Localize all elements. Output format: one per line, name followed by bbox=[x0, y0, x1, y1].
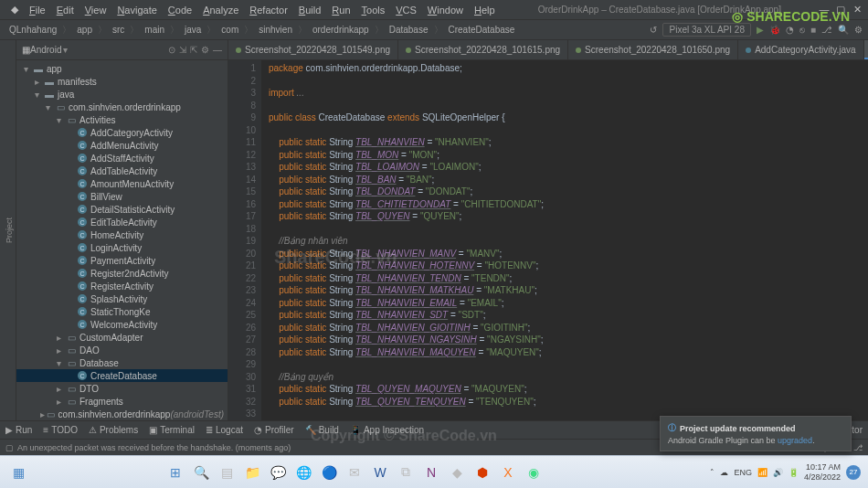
tree-item[interactable]: C CreateDatabase bbox=[16, 369, 228, 382]
project-view-selector[interactable]: Android bbox=[30, 45, 61, 55]
dropbox-icon[interactable]: ⧉ bbox=[395, 461, 417, 483]
tree-item[interactable]: ▸ ▭ DTO bbox=[16, 382, 228, 395]
crumb-0[interactable]: QLnhahang bbox=[5, 24, 60, 36]
attach-icon[interactable]: ⎋ bbox=[799, 25, 805, 35]
menu-build[interactable]: Build bbox=[293, 3, 326, 17]
status-icon[interactable]: ▢ bbox=[5, 443, 14, 452]
menu-refactor[interactable]: Refactor bbox=[244, 3, 293, 17]
crumb-1[interactable]: app bbox=[73, 24, 96, 36]
tree-item[interactable]: ▸ ▭ DAO bbox=[16, 344, 228, 356]
menu-vcs[interactable]: VCS bbox=[390, 3, 422, 17]
tree-item[interactable]: ▸ ▭ CustomAdapter bbox=[16, 331, 228, 344]
crumb-8[interactable]: Database bbox=[386, 24, 432, 36]
menu-view[interactable]: View bbox=[79, 3, 112, 17]
settings-icon[interactable]: ⚙ bbox=[854, 25, 863, 35]
settings-icon[interactable]: ⚙ bbox=[201, 45, 209, 55]
menu-file[interactable]: File bbox=[24, 3, 51, 17]
menu-navigate[interactable]: Navigate bbox=[111, 3, 162, 17]
tree-item[interactable]: ▾ ▭ Activities bbox=[16, 113, 228, 126]
menu-edit[interactable]: Edit bbox=[51, 3, 79, 17]
task-view-icon[interactable]: ▤ bbox=[216, 461, 238, 483]
stop-icon[interactable]: ■ bbox=[810, 25, 816, 35]
tree-item[interactable]: C WelcomeActivity bbox=[16, 318, 228, 331]
profile-icon[interactable]: ◔ bbox=[786, 25, 794, 35]
onedrive-icon[interactable]: ☁ bbox=[720, 468, 728, 477]
upgrade-link[interactable]: upgraded bbox=[778, 436, 812, 445]
status-cell[interactable]: ⎇ bbox=[853, 443, 863, 452]
tool-run[interactable]: ▶ Run bbox=[5, 425, 32, 435]
android-studio-icon[interactable]: ◉ bbox=[523, 461, 545, 483]
device-selector[interactable]: Pixel 3a XL API 28 bbox=[662, 23, 750, 37]
collapse-all-icon[interactable]: ⇱ bbox=[190, 45, 197, 55]
tree-item[interactable]: C StaticThongKe bbox=[16, 305, 228, 318]
word-icon[interactable]: W bbox=[369, 461, 391, 483]
office-icon[interactable]: ⬢ bbox=[471, 461, 493, 483]
editor-gutter[interactable]: 1238910111213141516171819202122232425262… bbox=[228, 60, 261, 420]
editor-tab[interactable]: Screenshot_20220428_101549.png bbox=[228, 40, 398, 59]
menu-tools[interactable]: Tools bbox=[356, 3, 391, 17]
clock[interactable]: 10:17 AM 4/28/2022 bbox=[804, 462, 841, 483]
tree-item[interactable]: C BillView bbox=[16, 190, 228, 203]
search-icon[interactable]: 🔍 bbox=[838, 25, 849, 35]
search-taskbar-icon[interactable]: 🔍 bbox=[190, 461, 212, 483]
explorer-icon[interactable]: 📁 bbox=[241, 461, 263, 483]
wifi-icon[interactable]: 📶 bbox=[757, 468, 767, 477]
tree-item[interactable]: C AmountMenuActivity bbox=[16, 177, 228, 190]
tree-item[interactable]: ▸ ▬ manifests bbox=[16, 75, 228, 88]
crumb-4[interactable]: java bbox=[181, 24, 205, 36]
tree-item[interactable]: C HomeActivity bbox=[16, 228, 228, 241]
tree-item[interactable]: ▾ ▭ com.sinhvien.orderdrinkapp bbox=[16, 101, 228, 113]
notification-popup[interactable]: ⓘProject update recommended Android Grad… bbox=[660, 416, 852, 451]
tree-item[interactable]: C SplashActivity bbox=[16, 292, 228, 305]
crumb-6[interactable]: sinhvien bbox=[255, 24, 296, 36]
crumb-3[interactable]: main bbox=[141, 24, 168, 36]
tree-item[interactable]: C PaymentActivity bbox=[16, 254, 228, 267]
menu-help[interactable]: Help bbox=[469, 3, 501, 17]
tool-todo[interactable]: ≡ TODO bbox=[43, 425, 78, 435]
menu-code[interactable]: Code bbox=[163, 3, 197, 17]
tool-problems[interactable]: ⚠ Problems bbox=[89, 425, 138, 435]
hide-icon[interactable]: — bbox=[213, 45, 222, 55]
editor-tab[interactable]: Screenshot_20220428_101650.png bbox=[568, 40, 738, 59]
menu-analyze[interactable]: Analyze bbox=[197, 3, 244, 17]
editor-tabs[interactable]: Screenshot_20220428_101549.png Screensho… bbox=[228, 40, 868, 60]
tree-item[interactable]: C RegisterActivity bbox=[16, 280, 228, 292]
code-area[interactable]: package com.sinhvien.orderdrinkapp.Datab… bbox=[261, 60, 868, 420]
tool-profiler[interactable]: ◔ Profiler bbox=[254, 425, 294, 435]
tree-item[interactable]: ▸ ▭ Fragments bbox=[16, 395, 228, 408]
tree-item[interactable]: C EditTableActivity bbox=[16, 216, 228, 228]
tree-item[interactable]: C DetailStatisticActivity bbox=[16, 203, 228, 216]
tool-logcat[interactable]: ≣ Logcat bbox=[206, 425, 243, 435]
widgets-icon[interactable]: ▦ bbox=[7, 461, 29, 483]
tree-item[interactable]: ▾ ▭ Database bbox=[16, 356, 228, 369]
editor-tab[interactable]: AddCategoryActivity.java bbox=[738, 40, 863, 59]
tree-item[interactable]: C Register2ndActivity bbox=[16, 267, 228, 280]
breadcrumb[interactable]: QLnhahang〉app〉src〉main〉java〉com〉sinhvien… bbox=[5, 24, 518, 37]
onenote-icon[interactable]: N bbox=[420, 461, 442, 483]
tray-chevron-icon[interactable]: ˄ bbox=[710, 468, 715, 477]
editor-tab[interactable]: Screenshot_20220428_101615.png bbox=[398, 40, 568, 59]
project-tab[interactable]: Project bbox=[5, 46, 14, 415]
crumb-7[interactable]: orderdrinkapp bbox=[309, 24, 373, 36]
tree-item[interactable]: C AddTableActivity bbox=[16, 164, 228, 177]
menu-run[interactable]: Run bbox=[326, 3, 355, 17]
sync-icon[interactable]: ↺ bbox=[650, 25, 657, 35]
select-opened-file-icon[interactable]: ⊙ bbox=[168, 45, 175, 55]
battery-icon[interactable]: 🔋 bbox=[789, 468, 799, 477]
tree-item[interactable]: ▸ ▭ com.sinhvien.orderdrinkapp (androidT… bbox=[16, 408, 228, 420]
tool-terminal[interactable]: ▣ Terminal bbox=[149, 425, 195, 435]
tree-item[interactable]: C AddCategoryActivity bbox=[16, 126, 228, 139]
close-button[interactable]: ✕ bbox=[852, 4, 863, 16]
run-icon[interactable]: ▶ bbox=[757, 25, 764, 35]
debug-icon[interactable]: 🐞 bbox=[769, 25, 780, 35]
windows-taskbar[interactable]: ▦ ⊞ 🔍 ▤ 📁 💬 🌐 🔵 ✉ W ⧉ N ◆ ⬢ X ◉ ˄ ☁ ENG … bbox=[0, 455, 868, 488]
start-icon[interactable]: ⊞ bbox=[164, 461, 186, 483]
git-icon[interactable]: ⎇ bbox=[821, 25, 832, 35]
editor-tab[interactable]: CreateDatabase.java × bbox=[864, 40, 868, 59]
tool-build[interactable]: 🔨 Build bbox=[305, 425, 339, 435]
mail-icon[interactable]: ✉ bbox=[344, 461, 365, 483]
language-icon[interactable]: ENG bbox=[734, 468, 752, 477]
tree-item[interactable]: C LoginActivity bbox=[16, 241, 228, 254]
tool-app inspection[interactable]: 📱 App Inspection bbox=[350, 425, 424, 435]
chat-icon[interactable]: 💬 bbox=[267, 461, 289, 483]
